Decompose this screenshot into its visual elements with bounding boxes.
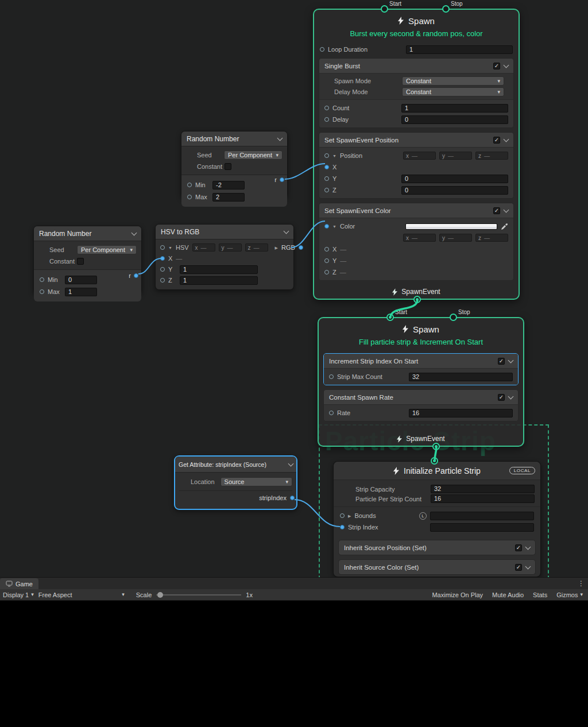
color-port[interactable] [324,224,329,229]
r-output-port[interactable] [280,177,284,182]
vfx-graph-canvas[interactable]: Particle Strip Start Stop Spawn Burst ev… [0,0,588,577]
game-tab[interactable]: Game [0,578,38,589]
scale-slider[interactable] [156,591,241,598]
location-dropdown[interactable]: Source ▾ [220,477,292,486]
maximize-on-play-button[interactable]: Maximize On Play [432,591,483,598]
set-position-header[interactable]: Set SpawnEvent Position ✓ [319,133,513,147]
chevron-down-icon[interactable] [131,230,137,235]
stop-flow-anchor[interactable] [450,314,457,321]
seed-dropdown[interactable]: Per Component ▾ [224,150,283,160]
min-field[interactable]: 0 [65,276,97,284]
strip-index-port[interactable] [340,525,345,529]
set-spawnevent-color-block[interactable]: Set SpawnEvent Color ✓ ▼ Color x— [319,203,514,281]
hsv-x-minifield[interactable]: x— [192,243,215,252]
spawnevent-output-anchor[interactable] [413,296,421,303]
count-port[interactable] [324,106,329,110]
initialize-particle-strip-node[interactable]: Initialize Particle Strip LOCAL Strip Ca… [333,461,541,577]
max-field[interactable]: 2 [212,193,245,202]
loop-duration-port[interactable] [320,47,324,52]
rate-enabled-checkbox[interactable]: ✓ [498,394,505,401]
strip-max-count-field[interactable]: 32 [409,373,513,381]
spawn-context-burst[interactable]: Start Stop Spawn Burst every second & ra… [313,9,520,300]
set-color-enabled-checkbox[interactable]: ✓ [493,207,500,214]
chevron-down-icon[interactable] [288,461,294,466]
chevron-down-icon[interactable] [284,228,289,234]
stats-button[interactable]: Stats [533,591,547,598]
increment-enabled-checkbox[interactable]: ✓ [498,358,505,365]
rgb-output-port[interactable] [299,245,303,250]
node-title-bar[interactable]: HSV to RGB [156,225,293,239]
node-title-bar[interactable]: Get Attribute: stripIndex (Source) [175,457,296,473]
max-port[interactable] [40,289,44,294]
aspect-dropdown[interactable]: Free Aspect ▾ [38,591,125,598]
spawn-context-strip[interactable]: Start Stop Spawn Fill particle strip & I… [318,317,524,447]
position-z-field[interactable]: 0 [401,186,508,195]
chevron-down-icon[interactable] [504,136,509,142]
min-field[interactable]: -2 [212,181,245,190]
position-y-port[interactable] [324,176,329,181]
chevron-down-icon[interactable] [504,62,509,68]
position-z-minifield[interactable]: z— [475,152,508,160]
rate-block-header[interactable]: Constant Spawn Rate ✓ [324,390,518,404]
max-port[interactable] [187,195,192,199]
inherit-source-position-block[interactable]: Inherit Source Position (Set) ✓ [338,540,536,555]
hsv-to-rgb-node[interactable]: HSV to RGB ▼ HSV x— y— z— ▶ RGB X — [155,224,294,290]
constant-checkbox[interactable] [225,163,231,170]
increment-block-header[interactable]: Increment Strip Index On Start ✓ [324,354,518,368]
single-burst-header[interactable]: Single Burst ✓ [319,59,513,73]
foldout-closed-icon[interactable]: ▶ [275,246,278,250]
rate-port[interactable] [329,411,334,415]
spawnevent-output-anchor[interactable] [432,443,440,450]
rate-field[interactable]: 16 [409,409,513,417]
inherit-source-color-block[interactable]: Inherit Source Color (Set) ✓ [338,559,536,575]
inherit-position-checkbox[interactable]: ✓ [515,544,522,551]
eyedropper-icon[interactable] [501,223,508,230]
set-color-header[interactable]: Set SpawnEvent Color ✓ [319,203,513,218]
set-spawnevent-position-block[interactable]: Set SpawnEvent Position ✓ ▼ Position x— … [319,132,514,199]
mute-audio-button[interactable]: Mute Audio [492,591,524,598]
spawn-mode-dropdown[interactable]: Constant ▾ [402,76,504,86]
hsv-y-field[interactable]: 1 [180,265,258,274]
min-port[interactable] [40,277,44,282]
initialize-input-anchor[interactable] [431,457,438,465]
position-y-field[interactable]: 0 [401,175,508,183]
random-number-node-2[interactable]: Random Number Seed Per Component ▾ Const… [33,226,142,294]
hsv-y-minifield[interactable]: y— [219,243,242,252]
position-x-port[interactable] [324,165,329,169]
hsv-z-field[interactable]: 1 [180,276,258,285]
hsv-port[interactable] [160,245,165,250]
strip-max-count-port[interactable] [329,374,334,379]
inherit-color-checkbox[interactable]: ✓ [515,564,522,571]
single-burst-block[interactable]: Single Burst ✓ Spawn Mode Constant ▾ Del… [319,58,514,128]
hsv-x-port[interactable] [160,256,165,261]
hsv-z-port[interactable] [160,278,165,283]
gizmos-dropdown[interactable]: Gizmos ▾ [556,591,583,598]
chevron-down-icon[interactable] [508,393,514,399]
set-position-enabled-checkbox[interactable]: ✓ [493,137,500,144]
constant-checkbox[interactable] [77,258,84,265]
chevron-down-icon[interactable] [525,563,531,569]
loop-duration-field[interactable]: 1 [406,45,513,54]
display-dropdown[interactable]: Display 1 ▾ [3,591,34,598]
foldout-closed-icon[interactable]: ▶ [348,514,351,518]
position-port[interactable] [324,153,329,158]
chevron-down-icon[interactable] [277,135,283,141]
position-x-minifield[interactable]: x— [403,152,436,160]
bounds-port[interactable] [340,513,345,518]
count-field[interactable]: 1 [401,104,508,113]
stop-flow-anchor[interactable] [442,5,450,13]
color-z-minifield[interactable]: z— [475,234,508,242]
foldout-open-icon[interactable]: ▼ [168,246,172,250]
color-x-minifield[interactable]: x— [403,234,436,242]
color-swatch[interactable] [405,223,497,230]
r-output-port[interactable] [134,273,138,278]
hsv-y-port[interactable] [160,267,165,272]
foldout-open-icon[interactable]: ▼ [332,225,336,229]
delay-field[interactable]: 0 [401,115,508,124]
random-number-node-1[interactable]: Random Number Seed Per Component ▾ Const… [181,131,288,198]
node-title-bar[interactable]: Random Number [34,226,141,241]
strip-capacity-field[interactable]: 32 [431,485,535,493]
menu-icon[interactable]: ⋮ [578,579,585,587]
chevron-down-icon[interactable] [508,357,514,363]
constant-spawn-rate-block[interactable]: Constant Spawn Rate ✓ Rate 16 [323,389,519,421]
